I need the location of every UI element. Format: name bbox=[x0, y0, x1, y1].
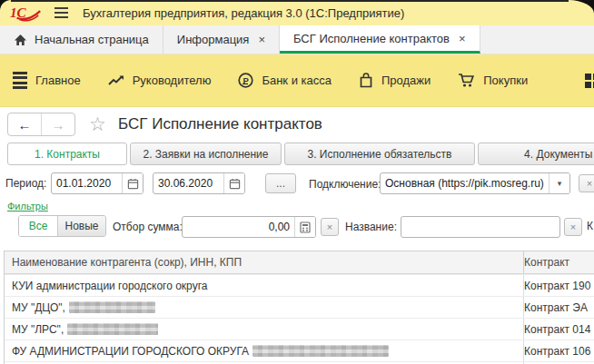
period-to-input[interactable] bbox=[153, 177, 223, 190]
redacted-text bbox=[252, 345, 389, 357]
connection-label: Подключение: bbox=[309, 178, 381, 191]
close-icon[interactable]: × bbox=[258, 33, 265, 46]
trend-chart-icon bbox=[108, 74, 124, 88]
screen-corner-right bbox=[569, 0, 594, 14]
toggle-all-button[interactable]: Все bbox=[19, 216, 58, 236]
toggle-new-button[interactable]: Новые bbox=[58, 216, 105, 236]
screen-top-edge bbox=[0, 0, 594, 2]
tab-information[interactable]: Информация × bbox=[163, 25, 280, 54]
calculator-icon[interactable] bbox=[294, 217, 315, 237]
close-icon[interactable]: × bbox=[459, 32, 466, 45]
partial-label: К bbox=[587, 220, 593, 232]
shopping-cart-icon bbox=[458, 73, 475, 88]
home-icon bbox=[14, 34, 27, 46]
column-header-contract[interactable]: Контракт bbox=[516, 256, 594, 269]
contract-cell: Контракт 014 bbox=[516, 323, 594, 336]
screen-corner-left bbox=[0, 0, 11, 11]
column-divider bbox=[523, 340, 524, 361]
name-field bbox=[401, 216, 560, 238]
contracts-table: Наименование контрагента (сокр), ИНН, КП… bbox=[4, 251, 594, 364]
ribbon-menu: Главное Руководителю Р Банк и касса Прод… bbox=[0, 54, 594, 107]
ribbon-item-sales[interactable]: Продажи bbox=[359, 73, 431, 88]
tab-label: Начальная страница bbox=[35, 33, 149, 46]
period-label: Период: bbox=[5, 177, 46, 190]
connection-clear-button[interactable]: × bbox=[579, 174, 594, 192]
tab-home[interactable]: Начальная страница bbox=[0, 25, 163, 54]
ribbon-label: Главное bbox=[35, 74, 81, 87]
redacted-text bbox=[69, 301, 155, 313]
amount-input[interactable] bbox=[183, 221, 294, 233]
ribbon-label: Покупки bbox=[483, 74, 528, 87]
column-divider bbox=[523, 319, 524, 339]
1c-logo-icon: 1С bbox=[9, 4, 44, 22]
page-title: БСГ Исполнение контрактов bbox=[118, 115, 322, 133]
counterparty-name: МУ "ЛРС", bbox=[12, 323, 64, 336]
sections-icon bbox=[13, 72, 27, 90]
column-header-counterparty[interactable]: Наименование контрагента (сокр), ИНН, КП… bbox=[5, 256, 516, 269]
table-row[interactable]: ФУ АДМИНИСТРАЦИИ ГОРОДСКОГО ОКРУГА Контр… bbox=[5, 339, 594, 361]
tab-documents[interactable]: 4. Документы исполн bbox=[478, 143, 594, 165]
ribbon-label: Банк и касса bbox=[262, 74, 332, 87]
tab-contracts[interactable]: 1. Контракты bbox=[7, 143, 127, 165]
table-row[interactable]: КУИ администрации городского округа Конт… bbox=[5, 274, 594, 296]
chevron-down-icon[interactable]: ▾ bbox=[549, 173, 569, 193]
counterparty-name: ФУ АДМИНИСТРАЦИИ ГОРОДСКОГО ОКРУГА bbox=[12, 345, 249, 358]
ribbon-item-bank[interactable]: Р Банк и касса bbox=[238, 73, 332, 88]
ruble-coin-icon: Р bbox=[238, 73, 253, 88]
tab-requests[interactable]: 2. Заявки на исполнение bbox=[130, 143, 282, 165]
history-nav: ← → bbox=[7, 113, 75, 136]
period-from-field bbox=[51, 172, 144, 194]
main-menu-icon[interactable] bbox=[54, 7, 68, 18]
section-tabs: 1. Контракты 2. Заявки на исполнение 3. … bbox=[7, 143, 594, 165]
column-divider bbox=[523, 275, 524, 296]
back-button[interactable]: ← bbox=[8, 113, 42, 135]
name-input[interactable] bbox=[401, 221, 559, 233]
table-header[interactable]: Наименование контрагента (сокр), ИНН, КП… bbox=[5, 251, 594, 274]
table-row[interactable]: МУ "ЛРС", Контракт 014 bbox=[5, 318, 594, 339]
counterparty-name: КУИ администрации городского округа bbox=[12, 280, 207, 292]
contract-cell: Контракт 190 bbox=[516, 280, 594, 292]
ribbon-label: Продажи bbox=[381, 74, 431, 87]
period-to-field bbox=[153, 172, 245, 194]
connection-value[interactable] bbox=[381, 177, 549, 190]
amount-field bbox=[182, 216, 316, 238]
filters-link[interactable]: Фильтры bbox=[7, 201, 48, 212]
connection-select[interactable]: ▾ bbox=[380, 172, 570, 194]
ribbon-item-purchases[interactable]: Покупки bbox=[458, 73, 528, 88]
calendar-icon[interactable] bbox=[223, 173, 244, 193]
calendar-icon[interactable] bbox=[122, 173, 143, 193]
tab-label: БСГ Исполнение контрактов bbox=[293, 32, 450, 45]
amount-clear-button[interactable]: × bbox=[321, 218, 339, 236]
amount-label: Отбор сумма: bbox=[113, 221, 183, 233]
shopping-bag-icon bbox=[359, 73, 373, 88]
column-divider bbox=[523, 297, 524, 318]
all-new-toggle: Все Новые bbox=[18, 215, 106, 237]
favorite-star-icon[interactable]: ☆ bbox=[89, 113, 106, 136]
ribbon-item-partial-icon[interactable] bbox=[584, 73, 594, 93]
name-clear-button[interactable]: × bbox=[564, 218, 582, 236]
period-more-button[interactable]: ... bbox=[265, 173, 296, 193]
tab-obligations[interactable]: 3. Исполнение обязательств bbox=[284, 143, 475, 165]
table-row[interactable]: МУ "ДЦО", Контракт ЭА bbox=[5, 296, 594, 318]
period-from-input[interactable] bbox=[52, 177, 122, 190]
window-title: Бухгалтерия предприятия, редакция 3.0 (1… bbox=[83, 6, 404, 20]
ribbon-item-main[interactable]: Главное bbox=[13, 72, 81, 90]
forward-button[interactable]: → bbox=[42, 113, 74, 135]
tab-bsg-contracts[interactable]: БСГ Исполнение контрактов × bbox=[280, 25, 480, 54]
counterparty-name: МУ "ДЦО", bbox=[12, 301, 65, 314]
tab-label: Информация bbox=[177, 33, 250, 46]
contract-cell: Контракт ЭА bbox=[516, 301, 594, 314]
ribbon-label: Руководителю bbox=[133, 74, 212, 87]
window-titlebar: 1С Бухгалтерия предприятия, редакция 3.0… bbox=[0, 0, 594, 25]
period-row: Период: bbox=[5, 172, 46, 194]
contract-cell: Контракт 106 bbox=[516, 345, 594, 358]
app-tabbar: Начальная страница Информация × БСГ Испо… bbox=[0, 25, 594, 54]
ribbon-item-manager[interactable]: Руководителю bbox=[108, 74, 212, 88]
column-divider[interactable] bbox=[523, 251, 524, 273]
name-label: Название: bbox=[345, 221, 397, 233]
redacted-text bbox=[67, 323, 158, 335]
